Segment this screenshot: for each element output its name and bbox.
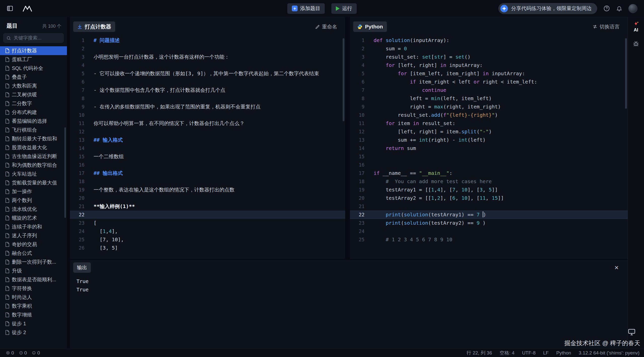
editor-line[interactable]: 9 right = max(right, item_right) (350, 103, 628, 111)
sidebar-item[interactable]: 字符替换 (0, 284, 67, 293)
editor-line[interactable]: 23[ (70, 219, 345, 227)
editor-line[interactable]: 13## 输入格式 (70, 136, 345, 144)
rename-button[interactable]: 重命名 (314, 23, 339, 30)
editor-line[interactable]: 20 (70, 194, 345, 202)
app-logo[interactable] (22, 5, 34, 12)
sidebar-item[interactable]: 螺旋的艺术 (0, 214, 67, 222)
editor-line[interactable]: 12 (70, 128, 345, 136)
sidebar-item[interactable]: 升级 (0, 266, 67, 275)
editor-line[interactable]: 20 testArray2 = [[1,2], [6, 10], [11, 15… (350, 194, 628, 202)
sidebar-item[interactable]: 飞行棋组合 (0, 126, 67, 134)
language-button[interactable]: Python (353, 21, 387, 32)
output-tab[interactable]: 输出 (73, 262, 91, 273)
editor-line[interactable]: 19 testArray1 = [[1,4], [7, 10], [3, 5]] (350, 186, 628, 194)
editor-line[interactable]: 15 (350, 152, 628, 161)
editor-line[interactable]: 8 left = min(left, item_left) (350, 94, 628, 103)
editor-line[interactable]: 4 (70, 61, 345, 69)
editor-line[interactable]: 5- 它可以接收一个递增的数据范围（形如[3, 9]），其中第一个数字代表起始，… (70, 69, 345, 78)
editor-line[interactable]: 21 (350, 202, 628, 211)
editor-line[interactable]: 14 (70, 144, 345, 152)
debug-feedback-button[interactable] (633, 40, 639, 47)
editor-line[interactable]: 1# 问题描述 (70, 36, 345, 45)
editor-line[interactable]: 7- 这个数据范围中包含几个数字，打点计数器就会打几个点 (70, 86, 345, 94)
editor-line[interactable]: 25 [7, 10], (70, 235, 345, 244)
editor-line[interactable]: 3小明想发明一台打点计数器，这个计数器有这样的一个功能： (70, 53, 345, 61)
sidebar-item[interactable]: 二分数字 (0, 99, 67, 108)
sidebar-item[interactable]: 流水线优化 (0, 205, 67, 214)
close-icon[interactable]: × (613, 264, 620, 271)
editor-line[interactable]: 24 (350, 227, 628, 235)
editor-line[interactable]: 26 [3, 5] (70, 244, 345, 252)
status-item[interactable]: 行 22, 列 36 (467, 350, 492, 356)
editor-line[interactable]: 6 (70, 78, 345, 86)
code-editor-scrollbar[interactable] (625, 38, 627, 109)
editor-line[interactable]: 15一个二维数组 (70, 152, 345, 161)
editor-line[interactable]: 13 sum += int(right) - int(left) (350, 136, 628, 144)
sidebar-item[interactable]: 货船载货量的最大值 (0, 178, 67, 187)
editor-line[interactable]: 22 (70, 211, 345, 219)
sidebar-item[interactable]: 数据表是否能顺利... (0, 275, 67, 284)
sidebar-item[interactable]: 股票收益最大化 (0, 143, 67, 152)
ai-assistant-button[interactable]: AI (633, 21, 639, 33)
sidebar-item[interactable]: 打点计数器 (0, 46, 67, 55)
sidebar-item[interactable]: 分布式构建 (0, 108, 67, 117)
status-item[interactable]: LF (543, 350, 549, 356)
problem-title-button[interactable]: 打点计数器 (73, 21, 115, 32)
editor-line[interactable]: 6 if item_right < left or right < item_l… (350, 78, 628, 86)
editor-line[interactable]: 4 for [left, right] in inputArray: (350, 61, 628, 69)
sidebar-toggle-button[interactable] (7, 5, 13, 12)
editor-line[interactable]: 12 [left, right] = item.split("-") (350, 128, 628, 136)
editor-line[interactable]: 2 (70, 45, 345, 53)
editor-line[interactable]: 18 (70, 177, 345, 186)
sidebar-item[interactable]: 徒步 1 (0, 319, 67, 328)
editor-line[interactable]: 22 print(solution(testArray1) == 7 ) (350, 211, 628, 219)
editor-line[interactable]: 3 result_set: set[str] = set() (350, 53, 628, 61)
problem-editor[interactable]: 1# 问题描述23小明想发明一台打点计数器，这个计数器有这样的一个功能：45- … (70, 36, 345, 252)
sidebar-item[interactable]: 迷人子序列 (0, 231, 67, 240)
editor-line[interactable]: 18 # You can add more test cases here (350, 177, 628, 186)
sidebar-item[interactable]: 大数和距离 (0, 82, 67, 90)
sidebar-item[interactable]: 番茄编辑的选择 (0, 117, 67, 126)
sidebar-item[interactable]: 二叉树供暖 (0, 90, 67, 99)
status-item[interactable]: UTF-8 (522, 350, 536, 356)
sidebar-item[interactable]: 奇妙的交易 (0, 240, 67, 249)
notifications-button[interactable] (616, 5, 622, 12)
code-editor[interactable]: 1def solution(inputArray):2 sum = 03 res… (350, 36, 628, 244)
editor-line[interactable]: 16 (70, 161, 345, 169)
search-input[interactable] (3, 33, 64, 43)
sidebar-item[interactable]: 两个数列 (0, 196, 67, 205)
problems-indicator[interactable]: 0 (6, 350, 14, 356)
sidebar-item[interactable]: 翻转后最大子数组和 (0, 134, 67, 143)
sidebar-item[interactable]: 数字增殖 (0, 310, 67, 319)
sidebar-item[interactable]: 连续子串的和 (0, 222, 67, 231)
status-item[interactable]: 3.12.2 64-bit ('shims': pyenv) (579, 350, 639, 356)
switch-language-button[interactable]: 切换语言 (591, 23, 621, 30)
editor-line[interactable]: 19一个整数，表达在输入是这个数组的情况下，计数器打出的点数 (70, 186, 345, 194)
sidebar-item[interactable]: 时尚达人 (0, 293, 67, 302)
sidebar-item[interactable]: 数字乘积 (0, 302, 67, 310)
editor-line[interactable]: 5 for [item_left, item_right] in inputAr… (350, 69, 628, 78)
editor-line[interactable]: 11 for item in result_set: (350, 119, 628, 128)
editor-line[interactable]: 10 result_set.add(f"{left}-{right}") (350, 111, 628, 119)
editor-line[interactable]: 16 (350, 161, 628, 169)
editor-line[interactable]: 17## 输出格式 (70, 169, 345, 177)
sidebar-item[interactable]: 叠盘子 (0, 73, 67, 82)
sidebar-item[interactable]: SQL 代码补全 (0, 64, 67, 73)
editor-line[interactable]: 23 print(solution(testArray2) == 9 ) (350, 219, 628, 227)
editor-line[interactable]: 21**输入样例(1)** (70, 202, 345, 211)
sidebar-item[interactable]: 加一操作 (0, 187, 67, 196)
editor-line[interactable]: 8 (70, 94, 345, 103)
status-item[interactable]: Python (556, 350, 571, 356)
editor-line[interactable]: 2 sum = 0 (350, 45, 628, 53)
editor-line[interactable]: 24 [1,4], (70, 227, 345, 235)
editor-line[interactable]: 25 # 1 2 3 4 5 6 7 8 9 10 (350, 235, 628, 244)
add-problem-button[interactable]: + 添加题目 (287, 3, 325, 14)
run-button[interactable]: 运行 (331, 3, 357, 14)
sidebar-item[interactable]: 火车站选址 (0, 170, 67, 178)
help-button[interactable] (603, 5, 610, 12)
problem-editor-scrollbar[interactable] (343, 38, 344, 121)
problems-indicator[interactable]: 0 (19, 350, 27, 356)
sidebar-item[interactable]: 删除一次得到子数... (0, 258, 67, 266)
sidebar-scrollbar[interactable] (64, 127, 66, 218)
editor-line[interactable]: 10 (70, 111, 345, 119)
